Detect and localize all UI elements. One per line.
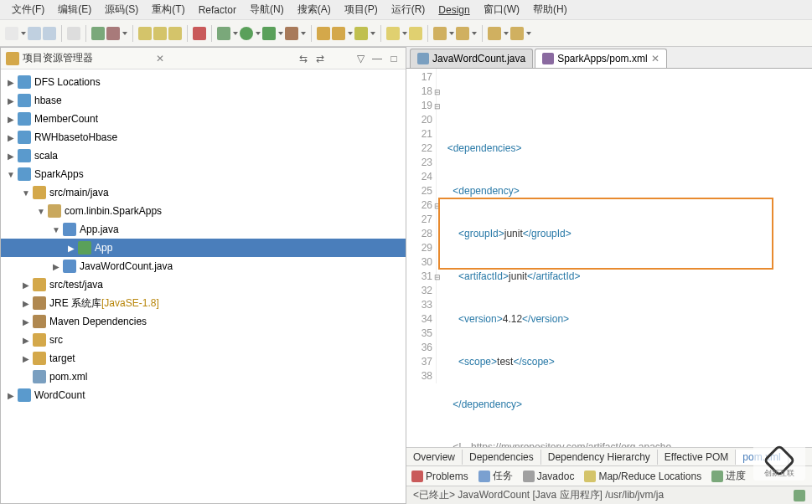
status-bar: <已终止> JavaWordCount [Java 应用程序] /usr/lib… (406, 486, 812, 504)
hbase-icon[interactable] (153, 27, 167, 40)
toggle-mark-icon[interactable] (409, 27, 422, 40)
tab-close-icon[interactable]: ✕ (651, 53, 659, 64)
open-type-dropdown[interactable] (370, 27, 375, 40)
status-progress-icon[interactable] (794, 490, 805, 501)
view-progress[interactable]: 进度 (711, 469, 746, 483)
project-tree[interactable]: ▶DFS Locations ▶hbase ▶MemberCount ▶RWHb… (1, 69, 406, 503)
link-editor-icon[interactable]: ⇄ (313, 52, 327, 65)
menu-window[interactable]: 窗口(W) (477, 1, 526, 18)
save-all-icon[interactable] (43, 27, 56, 40)
tree-node-rwh[interactable]: ▶RWHbasetoHbase (1, 128, 406, 147)
menu-design[interactable]: Design (432, 3, 476, 18)
status-text: <已终止> JavaWordCount [Java 应用程序] /usr/lib… (413, 488, 664, 502)
tree-node-jre[interactable]: ▶JRE 系统库 [JavaSE-1.8] (1, 294, 406, 312)
tree-node-src-main-java[interactable]: ▼src/main/java (1, 183, 406, 202)
code-content[interactable]: <dependencies> <dependency> <groupId>jun… (442, 70, 812, 447)
stop-icon[interactable] (193, 27, 206, 40)
coverage-dropdown[interactable] (277, 27, 283, 40)
new-icon[interactable] (5, 27, 18, 40)
forward-dropdown[interactable] (525, 27, 531, 40)
tree-node-app-selected[interactable]: ▶App (1, 239, 406, 257)
tab-javawordcount[interactable]: JavaWordCount.java (410, 49, 533, 68)
close-x-icon[interactable]: ✕ (156, 53, 164, 64)
menu-navigate[interactable]: 导航(N) (243, 1, 291, 18)
tree-node-scala[interactable]: ▶scala (1, 147, 406, 165)
prev-annotation-icon[interactable] (433, 27, 447, 40)
link-icon[interactable] (67, 27, 80, 40)
java-file-icon (417, 53, 429, 64)
view-javadoc[interactable]: Javadoc (523, 471, 575, 482)
editor-tabs: JavaWordCount.java SparkApps/pom.xml ✕ (406, 47, 812, 69)
grid-icon[interactable] (91, 27, 105, 40)
hadoop-icon[interactable] (138, 27, 152, 40)
minimize-icon[interactable]: — (370, 52, 384, 65)
coverage-icon[interactable] (262, 27, 276, 40)
tree-node-wordcount[interactable]: ▶WordCount (1, 386, 406, 404)
project-explorer-icon (6, 52, 19, 65)
debug-dropdown[interactable] (232, 27, 238, 40)
view-problems[interactable]: Problems (411, 471, 468, 482)
back-dropdown[interactable] (503, 27, 509, 40)
tree-node-membercount[interactable]: ▶MemberCount (1, 110, 406, 128)
toolbar (0, 20, 812, 47)
project-explorer-panel: 项目资源管理器 ✕ ⇆ ⇄ ▽ — □ ▶DFS Locations ▶hbas… (0, 47, 406, 504)
tree-node-maven[interactable]: ▶Maven Dependencies (1, 312, 406, 331)
menu-help[interactable]: 帮助(H) (526, 1, 574, 18)
tree-node-jwc[interactable]: ▶JavaWordCount.java (1, 257, 406, 275)
menu-run[interactable]: 运行(R) (385, 1, 432, 18)
menu-source[interactable]: 源码(S) (98, 1, 145, 18)
view-menu-icon[interactable]: ▽ (354, 52, 367, 65)
run-dropdown[interactable] (255, 27, 261, 40)
collapse-all-icon[interactable]: ⇆ (297, 52, 310, 65)
next-dropdown[interactable] (471, 27, 477, 40)
search-icon[interactable] (386, 27, 400, 40)
tab-effective-pom[interactable]: Effective POM (658, 450, 736, 465)
next-annotation-icon[interactable] (456, 27, 469, 40)
hive-icon[interactable] (168, 27, 182, 40)
maximize-icon[interactable]: □ (387, 52, 401, 65)
tree-node-pkg[interactable]: ▼com.linbin.SparkApps (1, 202, 406, 220)
debug-icon[interactable] (217, 27, 230, 40)
pom-editor-tabs: Overview Dependencies Dependency Hierarc… (406, 447, 812, 465)
menu-refactor-cn[interactable]: 重构(T) (145, 1, 191, 18)
main-area: 项目资源管理器 ✕ ⇆ ⇄ ▽ — □ ▶DFS Locations ▶hbas… (0, 47, 812, 504)
new-pkg-icon[interactable] (317, 27, 330, 40)
xml-file-icon (542, 53, 554, 64)
prev-dropdown[interactable] (448, 27, 454, 40)
back-icon[interactable] (488, 27, 501, 40)
tree-node-sparkapps[interactable]: ▼SparkApps (1, 165, 406, 183)
search-dropdown[interactable] (401, 27, 407, 40)
new-class-icon[interactable] (332, 27, 345, 40)
tab-overview[interactable]: Overview (406, 450, 463, 465)
tree-node-pom[interactable]: pom.xml (1, 368, 406, 386)
menu-search[interactable]: 搜索(A) (291, 1, 338, 18)
ext-tools-icon[interactable] (285, 27, 298, 40)
menu-edit[interactable]: 编辑(E) (51, 1, 98, 18)
tab-pom-xml[interactable]: SparkApps/pom.xml ✕ (535, 49, 666, 68)
forward-icon[interactable] (510, 27, 524, 40)
tree-node-dfs[interactable]: ▶DFS Locations (1, 73, 406, 91)
tree-node-app-java[interactable]: ▼App.java (1, 220, 406, 239)
ext-tools-dropdown[interactable] (300, 27, 306, 40)
view-mapreduce[interactable]: Map/Reduce Locations (584, 471, 701, 482)
tree-node-src-test-java[interactable]: ▶src/test/java (1, 275, 406, 294)
palette-icon[interactable] (106, 27, 120, 40)
save-icon[interactable] (28, 27, 41, 40)
code-editor[interactable]: 1718192021222324252627282930313233343536… (406, 69, 812, 447)
menu-file[interactable]: 文件(F) (5, 1, 51, 18)
open-type-icon[interactable] (354, 27, 368, 40)
tab-dependencies[interactable]: Dependencies (463, 450, 541, 465)
problems-icon (411, 471, 423, 482)
run-icon[interactable] (240, 27, 253, 40)
menu-project[interactable]: 项目(P) (338, 1, 385, 18)
tree-node-hbase[interactable]: ▶hbase (1, 91, 406, 110)
tree-node-target[interactable]: ▶target (1, 349, 406, 368)
javadoc-icon (523, 471, 535, 482)
new-dropdown[interactable] (20, 27, 26, 40)
palette-dropdown[interactable] (122, 27, 127, 40)
new-class-dropdown[interactable] (347, 27, 353, 40)
tree-node-src[interactable]: ▶src (1, 331, 406, 349)
menu-refactor[interactable]: Refactor (192, 3, 243, 18)
view-tasks[interactable]: 任务 (478, 469, 513, 483)
tab-dep-hierarchy[interactable]: Dependency Hierarchy (541, 450, 658, 465)
